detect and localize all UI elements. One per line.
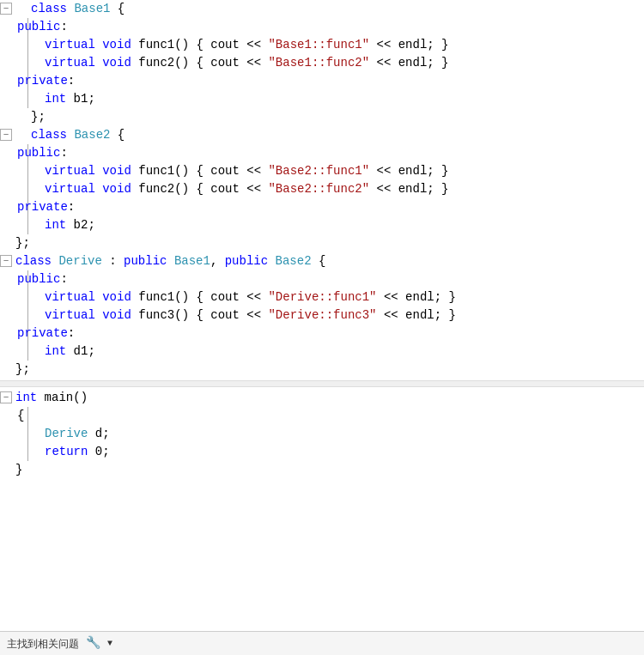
code-line: − class Derive : public Base1, public Ba…	[0, 252, 644, 270]
code-line: private:	[14, 198, 644, 216]
code-line: int b1;	[14, 90, 644, 108]
fold-marker-base2[interactable]: −	[0, 129, 12, 141]
fold-marker-main[interactable]: −	[0, 391, 12, 403]
section-separator	[0, 380, 644, 387]
dropdown-arrow-icon[interactable]: ▼	[107, 637, 112, 650]
code-line: public:	[14, 18, 644, 36]
code-line: }	[0, 461, 644, 479]
code-line: virtual void func3() { cout << "Derive::…	[14, 306, 644, 324]
code-line: − class Base1 {	[0, 0, 644, 18]
code-line: − int main()	[0, 389, 644, 407]
code-line: private:	[14, 72, 644, 90]
derive-class-section: − class Derive : public Base1, public Ba…	[0, 252, 644, 379]
wrench-icon[interactable]: 🔧	[86, 634, 100, 652]
code-editor: − class Base1 { public: virtual void fun…	[0, 0, 644, 655]
code-line: int b2;	[14, 216, 644, 234]
code-line: virtual void func2() { cout << "Base2::f…	[14, 180, 644, 198]
base2-class-section: − class Base2 { public: virtual void fun…	[0, 126, 644, 252]
code-line: };	[0, 361, 644, 379]
code-line: private:	[14, 324, 644, 343]
code-line: virtual void func1() { cout << "Base1::f…	[14, 36, 644, 54]
bottom-label: 主找到相关问题	[7, 636, 79, 652]
fold-marker-base1[interactable]: −	[0, 3, 12, 15]
code-line: {	[14, 407, 644, 425]
code-line: − class Base2 {	[0, 126, 644, 144]
main-func-section: − int main() { Derive d; return 0; }	[0, 389, 644, 479]
code-line: Derive d;	[14, 425, 644, 443]
base1-class-section: − class Base1 { public: virtual void fun…	[0, 0, 644, 126]
code-line: public:	[14, 144, 644, 162]
bottom-toolbar: 主找到相关问题 🔧 ▼	[0, 631, 644, 655]
fold-marker-derive[interactable]: −	[0, 255, 12, 267]
code-line: virtual void func2() { cout << "Base1::f…	[14, 54, 644, 72]
code-line: };	[0, 234, 644, 252]
code-line: virtual void func1() { cout << "Base2::f…	[14, 162, 644, 180]
code-line: };	[0, 108, 644, 126]
code-line: public:	[14, 270, 644, 288]
code-line: int d1;	[14, 343, 644, 361]
code-line: virtual void func1() { cout << "Derive::…	[14, 288, 644, 306]
code-line: return 0;	[14, 443, 644, 461]
